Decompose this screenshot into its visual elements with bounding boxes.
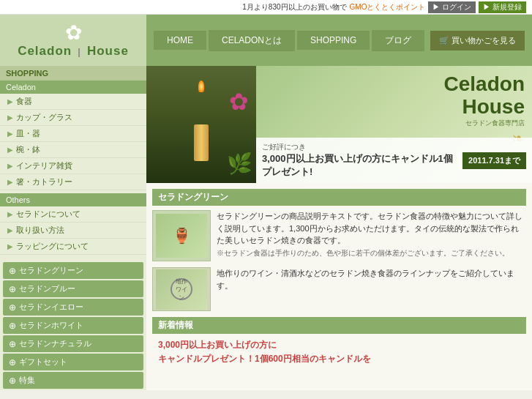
cart-button[interactable]: 🛒 買い物かごを見る: [430, 31, 525, 51]
arrow-icon: ▶: [7, 97, 13, 105]
candle-flame-icon: [198, 81, 204, 92]
topbar-info: 1月より830円以上のお買い物で: [242, 2, 346, 12]
sidebar-item-plates[interactable]: ▶ 皿・器: [0, 126, 146, 142]
product-row-2: 地作ワイン 地作りのワイン・清酒水などのセラドン焼き食器のラインナップをご紹介し…: [152, 267, 526, 311]
arrow-icon: ▶: [7, 242, 13, 250]
product-thumb-1: 🏺: [152, 210, 211, 261]
gmo-link[interactable]: GMOとくとくポイント: [350, 2, 426, 12]
main-layout: SHOPPING Celadon ▶ 食器 ▶ カップ・グラス ▶ 皿・器 ▶ …: [0, 66, 532, 390]
circle-icon: ⊕: [9, 266, 16, 276]
arrow-icon: ▶: [7, 113, 13, 122]
register-button[interactable]: ▶ 新規登録: [479, 1, 526, 13]
circle-icon: ⊕: [9, 376, 16, 386]
logo-text: Celadon | House: [18, 43, 129, 59]
arrow-icon: ▶: [7, 162, 13, 170]
product-section: セラドングリーン 🏺 セラドングリーンの商品説明テキストです。セラドン食器の特徴…: [146, 183, 532, 376]
sidebar-green-item-1[interactable]: ⊕ セラドンブルー: [3, 280, 143, 297]
news-content: 3,000円以上お買い上げの方に キャンドルプレゼント！1個600円相当のキャン…: [152, 334, 526, 370]
logo-leaf-icon: ✿: [65, 23, 82, 43]
orchid-icon: ✿: [229, 88, 249, 116]
thumb-image-2: 地作ワイン: [156, 269, 207, 310]
banner-subtitle: セラドン食器専門店: [444, 119, 525, 128]
sidebar-others-label: Others: [0, 193, 146, 206]
nav-home[interactable]: HOME: [154, 31, 207, 50]
sidebar-item-wrapping[interactable]: ▶ ラッピングについて: [0, 239, 146, 255]
candle-body: [194, 124, 209, 161]
promo-bar: ご好評につき 3,000円以上お買い上げの方にキャンドル1個プレゼント! 201…: [256, 138, 532, 183]
banner-title-line2: House: [444, 96, 525, 119]
arrow-icon: ▶: [7, 130, 13, 138]
news-bar: 新着情報: [152, 317, 526, 334]
sidebar-green-item-5[interactable]: ⊕ ギフトセット: [3, 354, 143, 370]
product-icon-1: 🏺: [173, 227, 191, 245]
arrow-icon: ▶: [7, 210, 13, 218]
sidebar: SHOPPING Celadon ▶ 食器 ▶ カップ・グラス ▶ 皿・器 ▶ …: [0, 66, 146, 390]
nav-shopping[interactable]: SHOPPING: [297, 31, 370, 50]
content-area: ✿ 🌿 Celadon House セラドン食器専門店 ❧ ご好評につき 3,0…: [146, 66, 532, 390]
nav-about[interactable]: CELADONとは: [209, 30, 296, 51]
wine-label: 地作ワイン: [171, 278, 192, 300]
promo-date-badge: 2011.7.31まで: [462, 152, 526, 169]
sidebar-celadon-label: Celadon: [0, 81, 146, 94]
promo-main-text: 3,000円以上お買い上げの方にキャンドル1個プレゼント!: [262, 152, 458, 179]
sidebar-item-chopsticks[interactable]: ▶ 箸・カトラリー: [0, 174, 146, 190]
product-row-1: 🏺 セラドングリーンの商品説明テキストです。セラドン食器の特徴や魅力について詳し…: [152, 210, 526, 261]
sidebar-item-interior[interactable]: ▶ インテリア雑貨: [0, 158, 146, 174]
product-title-bar: セラドングリーン: [152, 189, 526, 206]
leaf-icon: 🌿: [227, 152, 252, 176]
arrow-icon: ▶: [7, 178, 13, 186]
sidebar-green-item-3[interactable]: ⊕ セラドンホワイト: [3, 317, 143, 334]
circle-icon: ⊕: [9, 302, 16, 313]
sidebar-green-item-0[interactable]: ⊕ セラドングリーン: [3, 262, 143, 279]
circle-icon: ⊕: [9, 284, 16, 294]
product-desc-1: セラドングリーンの商品説明テキストです。セラドン食器の特徴や魅力について詳しく説…: [217, 210, 526, 258]
sidebar-green-item-4[interactable]: ⊕ セラドンナチュラル: [3, 335, 143, 352]
banner-title-line1: Celadon: [444, 73, 525, 96]
sidebar-item-tableware[interactable]: ▶ 食器: [0, 94, 146, 110]
circle-icon: ⊕: [9, 321, 16, 331]
sidebar-item-cups[interactable]: ▶ カップ・グラス: [0, 110, 146, 126]
nav-blog[interactable]: ブログ: [372, 30, 425, 51]
login-button[interactable]: ▶ ログイン: [428, 1, 476, 13]
product-thumb-2: 地作ワイン: [152, 267, 211, 311]
top-bar: 1月より830円以上のお買い物で GMOとくとくポイント ▶ ログイン ▶ 新規…: [0, 0, 532, 15]
sidebar-item-bowls[interactable]: ▶ 椀・鉢: [0, 142, 146, 158]
logo-area: ✿ Celadon | House: [0, 15, 146, 66]
arrow-icon: ▶: [7, 146, 13, 154]
circle-icon: ⊕: [9, 339, 16, 349]
sidebar-item-about[interactable]: ▶ セラドンについて: [0, 206, 146, 223]
thumb-image-1: 🏺: [156, 214, 207, 258]
banner-content: Celadon House セラドン食器専門店 ❧ ご好評につき 3,000円以…: [256, 66, 532, 183]
sidebar-item-care[interactable]: ▶ 取り扱い方法: [0, 223, 146, 239]
sidebar-green-item-2[interactable]: ⊕ セラドンイエロー: [3, 299, 143, 316]
circle-icon: ⊕: [9, 357, 16, 368]
sidebar-shopping-label: SHOPPING: [0, 66, 146, 81]
news-promo-text: 3,000円以上お買い上げの方に キャンドルプレゼント！1個600円相当のキャン…: [158, 338, 520, 366]
sidebar-green-item-6[interactable]: ⊕ 特集: [3, 372, 143, 389]
banner: ✿ 🌿 Celadon House セラドン食器専門店 ❧ ご好評につき 3,0…: [146, 66, 532, 183]
product-desc-2: 地作りのワイン・清酒水などのセラドン焼き食器のラインナップをご紹介しています。: [217, 267, 526, 291]
banner-image-left: ✿ 🌿: [146, 66, 256, 183]
header: ✿ Celadon | House HOME CELADONとは SHOPPIN…: [0, 15, 532, 66]
main-nav: HOME CELADONとは SHOPPING ブログ 🛒 買い物かごを見る: [146, 30, 532, 51]
promo-small-text: ご好評につき: [262, 142, 458, 152]
promo-text-area: ご好評につき 3,000円以上お買い上げの方にキャンドル1個プレゼント!: [262, 142, 458, 179]
arrow-icon: ▶: [7, 226, 13, 234]
